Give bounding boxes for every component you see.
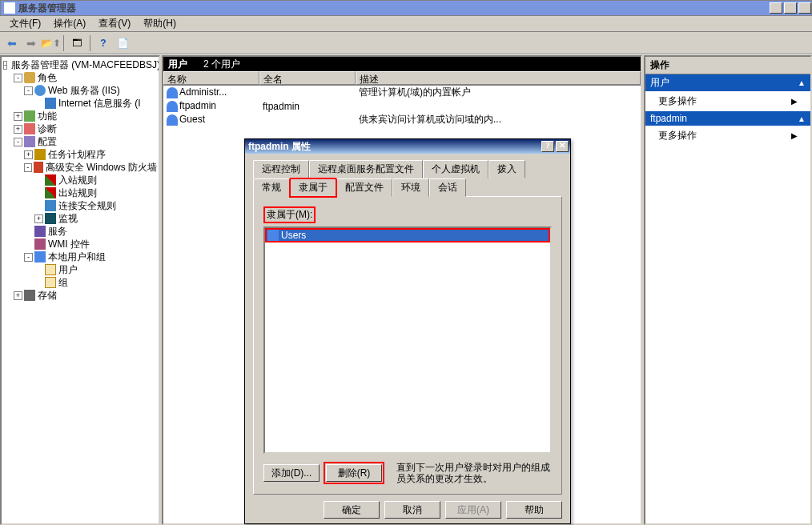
list-row[interactable]: Administr... 管理计算机(域)的内置帐户 — [163, 86, 641, 99]
add-button[interactable]: 添加(D)... — [263, 464, 320, 482]
expand-icon[interactable]: + — [34, 214, 43, 223]
close-button[interactable]: ✕ — [798, 2, 811, 14]
expand-icon[interactable]: + — [14, 112, 22, 121]
dialog-titlebar: ftpadmin 属性 ? ✕ — [245, 139, 570, 154]
nav-forward-button[interactable] — [22, 34, 40, 52]
submenu-icon: ▶ — [791, 97, 798, 106]
tree-groups[interactable]: 组 — [3, 276, 157, 289]
show-hide-button[interactable]: 🗔 — [68, 34, 86, 52]
collapse-icon[interactable]: - — [3, 61, 7, 70]
collapse-icon[interactable]: - — [24, 253, 33, 262]
tree-root[interactable]: -服务器管理器 (VM-MACFEEDBSJ) — [3, 58, 157, 71]
expand-icon[interactable]: + — [14, 125, 22, 134]
menubar: 文件(F) 操作(A) 查看(V) 帮助(H) — [0, 16, 812, 32]
apply-button[interactable]: 应用(A) — [445, 501, 501, 519]
group-item-users[interactable]: Users — [266, 229, 549, 242]
refresh-button[interactable]: 📄 — [114, 34, 131, 52]
actions-more-users[interactable]: 更多操作 ▶ — [645, 91, 810, 111]
hint-text: 直到下一次用户登录时对用户的组成员关系的更改才生效。 — [396, 462, 552, 484]
collapse-icon[interactable]: - — [24, 86, 33, 95]
list-row[interactable]: Guest 供来宾访问计算机或访问域的内... — [163, 113, 641, 126]
minimize-button[interactable]: _ — [770, 2, 782, 14]
tab-dialin[interactable]: 拨入 — [488, 160, 525, 178]
expand-icon[interactable]: + — [24, 150, 33, 159]
col-name[interactable]: 名称 — [163, 71, 259, 85]
tree-web[interactable]: -Web 服务器 (IIS) — [3, 84, 157, 97]
tab-general[interactable]: 常规 — [253, 178, 290, 197]
collapse-icon[interactable]: - — [14, 138, 22, 146]
tree-users[interactable]: 用户 — [3, 263, 157, 276]
tree-firewall[interactable]: -高级安全 Windows 防火墙 — [3, 161, 157, 174]
col-desc[interactable]: 描述 — [356, 71, 641, 85]
submenu-icon: ▶ — [791, 131, 798, 140]
toolbar-separator — [63, 35, 64, 51]
tree-panel: -服务器管理器 (VM-MACFEEDBSJ) -角色 -Web 服务器 (II… — [0, 55, 160, 525]
collapse-icon[interactable]: - — [24, 163, 32, 172]
memberof-label: 隶属于(M): — [263, 206, 552, 223]
tab-rds-profile[interactable]: 远程桌面服务配置文件 — [309, 160, 423, 178]
list-row[interactable]: ftpadmin ftpadmin — [163, 99, 641, 113]
tree-inbound[interactable]: 入站规则 — [3, 174, 157, 186]
dialog-close-button[interactable]: ✕ — [556, 141, 569, 152]
tree-local-ug[interactable]: -本地用户和组 — [3, 250, 157, 263]
help-button[interactable]: 帮助 — [506, 501, 562, 519]
tree-monitor[interactable]: +监视 — [3, 212, 157, 225]
menu-view[interactable]: 查看(V) — [92, 15, 137, 32]
tree-connsec[interactable]: 连接安全规则 — [3, 199, 157, 212]
tree-storage[interactable]: +存储 — [3, 289, 157, 302]
actions-more-ftpadmin[interactable]: 更多操作 ▶ — [645, 126, 810, 146]
dialog-buttons: 确定 取消 应用(A) 帮助 — [253, 501, 562, 519]
iis-icon — [45, 98, 56, 109]
user-icon — [167, 87, 178, 98]
menu-file[interactable]: 文件(F) — [3, 15, 47, 32]
folder-icon — [45, 264, 56, 275]
configuration-icon — [24, 136, 35, 147]
menu-help[interactable]: 帮助(H) — [137, 15, 183, 32]
menu-action[interactable]: 操作(A) — [47, 15, 92, 32]
arrow-back-icon — [7, 37, 17, 50]
tree-outbound[interactable]: 出站规则 — [3, 186, 157, 199]
tree-wmi[interactable]: WMI 控件 — [3, 238, 157, 250]
storage-icon — [24, 290, 35, 301]
tab-session[interactable]: 会话 — [429, 178, 466, 197]
list-columns: 名称 全名 描述 — [163, 71, 641, 86]
actions-section-users[interactable]: 用户 ▲ — [645, 74, 810, 91]
group-icon — [267, 230, 279, 241]
wmi-icon — [34, 238, 46, 250]
tree-iis[interactable]: Internet 信息服务 (I — [3, 97, 157, 110]
dialog-help-button[interactable]: ? — [541, 141, 554, 152]
actions-title: 操作 — [645, 57, 810, 74]
tree-diagnostics[interactable]: +诊断 — [3, 122, 157, 135]
properties-dialog: ftpadmin 属性 ? ✕ 远程控制 远程桌面服务配置文件 个人虚拟机 拨入… — [244, 138, 571, 524]
tree-features[interactable]: +功能 — [3, 110, 157, 122]
col-fullname[interactable]: 全名 — [259, 71, 356, 85]
tab-remote-control[interactable]: 远程控制 — [253, 160, 309, 178]
tree-configuration[interactable]: -配置 — [3, 135, 157, 148]
features-icon — [24, 110, 35, 122]
tab-memberof[interactable]: 隶属于 — [290, 178, 336, 197]
tab-environment[interactable]: 环境 — [392, 178, 429, 197]
nav-back-button[interactable] — [3, 34, 21, 52]
tab-personal-vm[interactable]: 个人虚拟机 — [423, 160, 488, 178]
list-header-count: 2 个用户 — [203, 58, 240, 71]
ok-button[interactable]: 确定 — [324, 501, 380, 519]
services-icon — [34, 226, 46, 237]
tree-task-scheduler[interactable]: +任务计划程序 — [3, 148, 157, 161]
expand-icon[interactable]: + — [14, 291, 22, 300]
cancel-button[interactable]: 取消 — [384, 501, 440, 519]
remove-button[interactable]: 删除(R) — [326, 464, 382, 482]
maximize-button[interactable]: □ — [784, 2, 797, 14]
task-icon — [34, 149, 46, 160]
tree-services[interactable]: 服务 — [3, 225, 157, 238]
firewall-icon — [34, 162, 43, 173]
inbound-icon — [45, 174, 56, 186]
help-button[interactable]: ? — [94, 34, 112, 52]
connsec-icon — [45, 200, 56, 211]
nav-up-button[interactable]: 📂 — [42, 34, 59, 52]
tree-roles[interactable]: -角色 — [3, 71, 157, 84]
tab-profile[interactable]: 配置文件 — [336, 178, 392, 197]
collapse-icon[interactable]: - — [14, 74, 22, 82]
actions-section-ftpadmin[interactable]: ftpadmin ▲ — [645, 111, 810, 126]
groups-listbox[interactable]: Users — [263, 226, 552, 454]
window-title: 服务器管理器 — [18, 2, 768, 15]
